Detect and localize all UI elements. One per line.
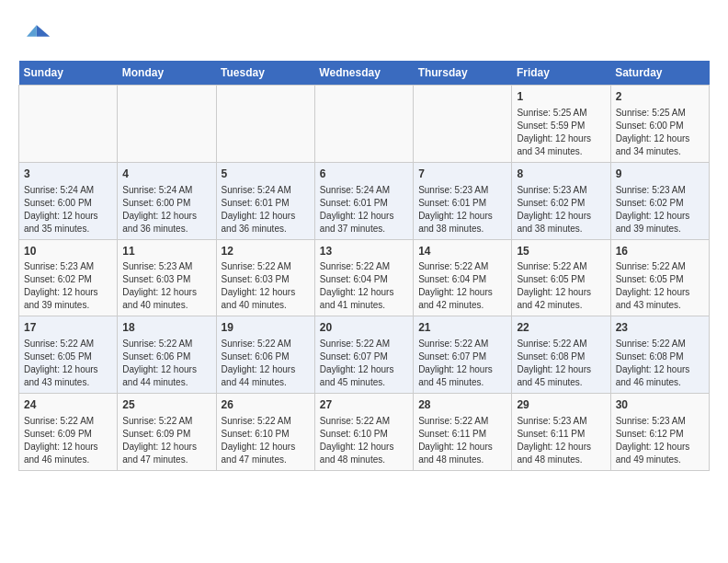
- day-number: 22: [517, 320, 605, 336]
- calendar-cell: 26Sunrise: 5:22 AM Sunset: 6:10 PM Dayli…: [216, 394, 314, 471]
- day-info: Sunrise: 5:22 AM Sunset: 6:08 PM Dayligh…: [616, 338, 704, 389]
- calendar-cell: 22Sunrise: 5:22 AM Sunset: 6:08 PM Dayli…: [512, 316, 610, 394]
- day-info: Sunrise: 5:24 AM Sunset: 6:00 PM Dayligh…: [24, 184, 112, 236]
- day-number: 15: [517, 244, 605, 259]
- calendar-cell: 10Sunrise: 5:23 AM Sunset: 6:02 PM Dayli…: [19, 239, 118, 316]
- day-number: 8: [517, 167, 605, 182]
- calendar-cell: 18Sunrise: 5:22 AM Sunset: 6:06 PM Dayli…: [118, 316, 216, 394]
- weekday-header: Friday: [512, 61, 610, 86]
- calendar-cell: [216, 86, 314, 163]
- day-info: Sunrise: 5:22 AM Sunset: 6:05 PM Dayligh…: [616, 260, 704, 312]
- day-info: Sunrise: 5:22 AM Sunset: 6:07 PM Dayligh…: [320, 338, 408, 389]
- day-info: Sunrise: 5:23 AM Sunset: 6:02 PM Dayligh…: [24, 260, 112, 312]
- day-number: 6: [320, 167, 408, 182]
- day-info: Sunrise: 5:23 AM Sunset: 6:03 PM Dayligh…: [122, 260, 210, 312]
- day-info: Sunrise: 5:22 AM Sunset: 6:09 PM Dayligh…: [122, 415, 210, 466]
- logo-icon: [18, 18, 51, 52]
- day-info: Sunrise: 5:22 AM Sunset: 6:04 PM Dayligh…: [418, 260, 506, 312]
- calendar-cell: 13Sunrise: 5:22 AM Sunset: 6:04 PM Dayli…: [314, 239, 413, 316]
- calendar-cell: 20Sunrise: 5:22 AM Sunset: 6:07 PM Dayli…: [314, 316, 413, 394]
- calendar-cell: 21Sunrise: 5:22 AM Sunset: 6:07 PM Dayli…: [414, 316, 512, 394]
- day-info: Sunrise: 5:25 AM Sunset: 5:59 PM Dayligh…: [517, 107, 605, 158]
- day-info: Sunrise: 5:22 AM Sunset: 6:11 PM Dayligh…: [418, 415, 506, 466]
- day-info: Sunrise: 5:22 AM Sunset: 6:05 PM Dayligh…: [517, 260, 605, 312]
- calendar-week-row: 24Sunrise: 5:22 AM Sunset: 6:09 PM Dayli…: [19, 394, 710, 471]
- day-info: Sunrise: 5:22 AM Sunset: 6:10 PM Dayligh…: [222, 415, 310, 466]
- weekday-row: SundayMondayTuesdayWednesdayThursdayFrid…: [19, 61, 710, 86]
- calendar-header: SundayMondayTuesdayWednesdayThursdayFrid…: [19, 61, 710, 86]
- calendar-cell: 8Sunrise: 5:23 AM Sunset: 6:02 PM Daylig…: [512, 162, 610, 239]
- calendar-cell: 2Sunrise: 5:25 AM Sunset: 6:00 PM Daylig…: [610, 86, 709, 163]
- calendar-cell: 11Sunrise: 5:23 AM Sunset: 6:03 PM Dayli…: [118, 239, 216, 316]
- day-number: 28: [418, 397, 506, 413]
- day-number: 10: [24, 244, 112, 259]
- calendar-cell: 27Sunrise: 5:22 AM Sunset: 6:10 PM Dayli…: [314, 394, 413, 471]
- weekday-header: Monday: [118, 61, 216, 86]
- page-header: [18, 18, 710, 52]
- calendar-cell: 12Sunrise: 5:22 AM Sunset: 6:03 PM Dayli…: [216, 239, 314, 316]
- calendar-cell: 19Sunrise: 5:22 AM Sunset: 6:06 PM Dayli…: [216, 316, 314, 394]
- day-number: 2: [616, 89, 704, 105]
- day-info: Sunrise: 5:22 AM Sunset: 6:08 PM Dayligh…: [517, 338, 605, 389]
- calendar-cell: [19, 86, 118, 163]
- day-number: 13: [320, 244, 408, 259]
- day-number: 14: [418, 244, 506, 259]
- day-number: 7: [418, 167, 506, 182]
- calendar-cell: 9Sunrise: 5:23 AM Sunset: 6:02 PM Daylig…: [610, 162, 709, 239]
- day-info: Sunrise: 5:22 AM Sunset: 6:09 PM Dayligh…: [24, 415, 112, 466]
- day-number: 26: [222, 397, 310, 413]
- weekday-header: Wednesday: [314, 61, 413, 86]
- day-info: Sunrise: 5:22 AM Sunset: 6:06 PM Dayligh…: [222, 338, 310, 389]
- calendar-cell: 14Sunrise: 5:22 AM Sunset: 6:04 PM Dayli…: [414, 239, 512, 316]
- weekday-header: Sunday: [19, 61, 118, 86]
- calendar-week-row: 1Sunrise: 5:25 AM Sunset: 5:59 PM Daylig…: [19, 86, 710, 163]
- calendar-cell: 24Sunrise: 5:22 AM Sunset: 6:09 PM Dayli…: [19, 394, 118, 471]
- day-number: 17: [24, 320, 112, 336]
- calendar-cell: 23Sunrise: 5:22 AM Sunset: 6:08 PM Dayli…: [610, 316, 709, 394]
- day-number: 18: [122, 320, 210, 336]
- day-info: Sunrise: 5:23 AM Sunset: 6:01 PM Dayligh…: [418, 184, 506, 236]
- calendar-cell: 7Sunrise: 5:23 AM Sunset: 6:01 PM Daylig…: [414, 162, 512, 239]
- weekday-header: Thursday: [414, 61, 512, 86]
- day-number: 5: [222, 167, 310, 182]
- day-info: Sunrise: 5:22 AM Sunset: 6:06 PM Dayligh…: [122, 338, 210, 389]
- day-number: 20: [320, 320, 408, 336]
- calendar-cell: 4Sunrise: 5:24 AM Sunset: 6:00 PM Daylig…: [118, 162, 216, 239]
- day-number: 4: [122, 167, 210, 182]
- day-number: 16: [616, 244, 704, 259]
- logo: [18, 18, 55, 52]
- day-number: 25: [122, 397, 210, 413]
- day-number: 27: [320, 397, 408, 413]
- calendar-cell: [314, 86, 413, 163]
- day-number: 23: [616, 320, 704, 336]
- day-info: Sunrise: 5:22 AM Sunset: 6:10 PM Dayligh…: [320, 415, 408, 466]
- calendar-cell: [414, 86, 512, 163]
- calendar-cell: 28Sunrise: 5:22 AM Sunset: 6:11 PM Dayli…: [414, 394, 512, 471]
- day-number: 24: [24, 397, 112, 413]
- calendar-cell: 25Sunrise: 5:22 AM Sunset: 6:09 PM Dayli…: [118, 394, 216, 471]
- calendar-cell: 6Sunrise: 5:24 AM Sunset: 6:01 PM Daylig…: [314, 162, 413, 239]
- day-number: 29: [517, 397, 605, 413]
- day-number: 12: [222, 244, 310, 259]
- calendar-cell: 16Sunrise: 5:22 AM Sunset: 6:05 PM Dayli…: [610, 239, 709, 316]
- calendar-cell: 5Sunrise: 5:24 AM Sunset: 6:01 PM Daylig…: [216, 162, 314, 239]
- calendar-week-row: 17Sunrise: 5:22 AM Sunset: 6:05 PM Dayli…: [19, 316, 710, 394]
- calendar-cell: 1Sunrise: 5:25 AM Sunset: 5:59 PM Daylig…: [512, 86, 610, 163]
- day-info: Sunrise: 5:24 AM Sunset: 6:00 PM Dayligh…: [122, 184, 210, 236]
- calendar-week-row: 10Sunrise: 5:23 AM Sunset: 6:02 PM Dayli…: [19, 239, 710, 316]
- day-info: Sunrise: 5:23 AM Sunset: 6:12 PM Dayligh…: [616, 415, 704, 466]
- weekday-header: Saturday: [610, 61, 709, 86]
- day-number: 11: [122, 244, 210, 259]
- calendar-cell: 29Sunrise: 5:23 AM Sunset: 6:11 PM Dayli…: [512, 394, 610, 471]
- calendar-cell: [118, 86, 216, 163]
- day-info: Sunrise: 5:23 AM Sunset: 6:11 PM Dayligh…: [517, 415, 605, 466]
- calendar-cell: 3Sunrise: 5:24 AM Sunset: 6:00 PM Daylig…: [19, 162, 118, 239]
- day-info: Sunrise: 5:22 AM Sunset: 6:07 PM Dayligh…: [418, 338, 506, 389]
- calendar-cell: 15Sunrise: 5:22 AM Sunset: 6:05 PM Dayli…: [512, 239, 610, 316]
- day-number: 9: [616, 167, 704, 182]
- day-info: Sunrise: 5:22 AM Sunset: 6:05 PM Dayligh…: [24, 338, 112, 389]
- day-info: Sunrise: 5:22 AM Sunset: 6:03 PM Dayligh…: [222, 260, 310, 312]
- calendar-week-row: 3Sunrise: 5:24 AM Sunset: 6:00 PM Daylig…: [19, 162, 710, 239]
- day-info: Sunrise: 5:23 AM Sunset: 6:02 PM Dayligh…: [517, 184, 605, 236]
- day-number: 30: [616, 397, 704, 413]
